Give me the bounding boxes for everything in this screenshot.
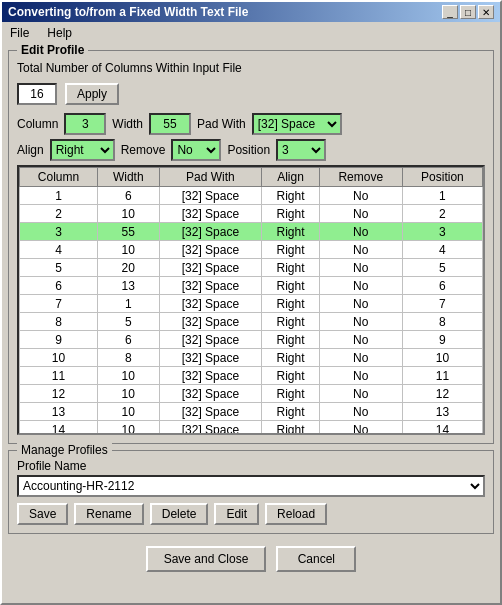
title-bar: Converting to/from a Fixed Width Text Fi… [2, 2, 500, 22]
position-select[interactable]: 1234 5678 9101112 13141516 [276, 139, 326, 161]
table-row[interactable]: 210[32] SpaceRightNo2 [20, 205, 483, 223]
edit-profile-legend: Edit Profile [17, 43, 88, 57]
controls-row: Column Width Pad With [32] Space [09] Ta… [17, 113, 485, 135]
table-row[interactable]: 108[32] SpaceRightNo10 [20, 349, 483, 367]
window-title: Converting to/from a Fixed Width Text Fi… [8, 5, 248, 19]
main-content: Edit Profile Total Number of Columns Wit… [2, 44, 500, 603]
minimize-button[interactable]: _ [442, 5, 458, 19]
total-columns-row: Total Number of Columns Within Input Fil… [17, 61, 485, 75]
save-and-close-button[interactable]: Save and Close [146, 546, 267, 572]
remove-label: Remove [121, 143, 166, 157]
table-row[interactable]: 613[32] SpaceRightNo6 [20, 277, 483, 295]
total-columns-input[interactable] [17, 83, 57, 105]
pad-select[interactable]: [32] Space [09] Tab [00] Null [252, 113, 342, 135]
save-profile-button[interactable]: Save [17, 503, 68, 525]
manage-profiles-group: Manage Profiles Profile Name Accounting-… [8, 450, 494, 534]
menu-help[interactable]: Help [43, 24, 76, 42]
th-align: Align [262, 168, 319, 187]
width-input[interactable] [149, 113, 191, 135]
table-row[interactable]: 1210[32] SpaceRightNo12 [20, 385, 483, 403]
th-pad: Pad With [159, 168, 262, 187]
bottom-buttons: Save and Close Cancel [8, 540, 494, 578]
th-column: Column [20, 168, 98, 187]
cancel-button[interactable]: Cancel [276, 546, 356, 572]
main-window: Converting to/from a Fixed Width Text Fi… [0, 0, 502, 605]
width-label: Width [112, 117, 143, 131]
table-row[interactable]: 85[32] SpaceRightNo8 [20, 313, 483, 331]
maximize-button[interactable]: □ [460, 5, 476, 19]
th-width: Width [98, 168, 159, 187]
profile-select-row: Accounting-HR-2112 [17, 475, 485, 497]
table-row[interactable]: 410[32] SpaceRightNo4 [20, 241, 483, 259]
column-input[interactable] [64, 113, 106, 135]
close-button[interactable]: ✕ [478, 5, 494, 19]
th-position: Position [402, 168, 482, 187]
menu-file[interactable]: File [6, 24, 33, 42]
profile-name-label: Profile Name [17, 459, 485, 473]
profile-select[interactable]: Accounting-HR-2112 [17, 475, 485, 497]
controls-row-2: Align Right Left Center Remove No Yes Po… [17, 139, 485, 161]
table-row[interactable]: 520[32] SpaceRightNo5 [20, 259, 483, 277]
edit-button[interactable]: Edit [214, 503, 259, 525]
apply-button[interactable]: Apply [65, 83, 119, 105]
table-row[interactable]: 16[32] SpaceRightNo1 [20, 187, 483, 205]
total-columns-label: Total Number of Columns Within Input Fil… [17, 61, 242, 75]
pad-label: Pad With [197, 117, 246, 131]
table-row[interactable]: 71[32] SpaceRightNo7 [20, 295, 483, 313]
delete-button[interactable]: Delete [150, 503, 209, 525]
reload-button[interactable]: Reload [265, 503, 327, 525]
table-row[interactable]: 1110[32] SpaceRightNo11 [20, 367, 483, 385]
column-label: Column [17, 117, 58, 131]
table-row[interactable]: 355[32] SpaceRightNo3 [20, 223, 483, 241]
data-table: Column Width Pad With Align Remove Posit… [19, 167, 483, 435]
rename-button[interactable]: Rename [74, 503, 143, 525]
table-row[interactable]: 1410[32] SpaceRightNo14 [20, 421, 483, 436]
data-table-container: Column Width Pad With Align Remove Posit… [17, 165, 485, 435]
table-row[interactable]: 1310[32] SpaceRightNo13 [20, 403, 483, 421]
align-select[interactable]: Right Left Center [50, 139, 115, 161]
edit-profile-group: Edit Profile Total Number of Columns Wit… [8, 50, 494, 444]
position-label: Position [227, 143, 270, 157]
profile-buttons: Save Rename Delete Edit Reload [17, 503, 485, 525]
title-bar-buttons: _ □ ✕ [442, 5, 494, 19]
table-row[interactable]: 96[32] SpaceRightNo9 [20, 331, 483, 349]
menu-bar: File Help [2, 22, 500, 44]
align-label: Align [17, 143, 44, 157]
th-remove: Remove [319, 168, 402, 187]
remove-select[interactable]: No Yes [171, 139, 221, 161]
manage-profiles-legend: Manage Profiles [17, 443, 112, 457]
